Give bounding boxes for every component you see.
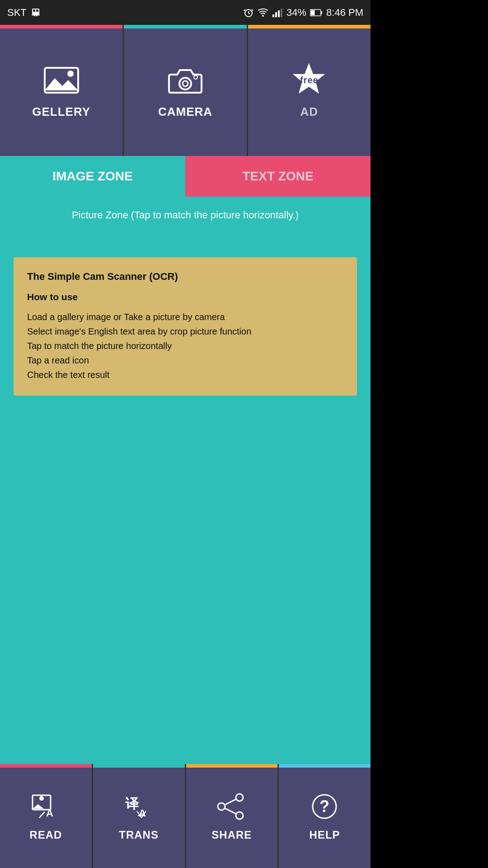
share-label: SHARE: [211, 829, 252, 841]
read-icon-wrap: A: [30, 791, 61, 822]
svg-marker-18: [45, 78, 78, 90]
main-content: Picture Zone (Tap to match the picture h…: [0, 197, 371, 764]
camera-icon-wrap: [167, 62, 203, 99]
read-label: READ: [29, 829, 62, 841]
help-button[interactable]: ? HELP: [279, 764, 371, 868]
ad-button[interactable]: free AD: [248, 25, 371, 156]
camera-label: CAMERA: [158, 105, 212, 119]
how-to-use-label: How to use: [27, 292, 343, 302]
svg-rect-16: [311, 10, 315, 15]
read-button[interactable]: A READ: [0, 764, 93, 868]
help-icon: ?: [310, 793, 339, 820]
trans-label: TRANS: [119, 829, 159, 841]
svg-point-9: [262, 15, 264, 17]
free-ad-icon-wrap: free: [291, 62, 327, 99]
instruction-line: Tap to match the picture horizontally: [27, 339, 343, 353]
trans-icon-wrap: 译 A: [123, 791, 155, 822]
gallery-label: GELLERY: [32, 105, 90, 119]
svg-point-21: [183, 81, 188, 86]
svg-rect-12: [278, 10, 280, 17]
svg-line-8: [249, 13, 250, 14]
svg-point-19: [67, 71, 74, 77]
svg-marker-25: [33, 804, 44, 809]
svg-rect-15: [321, 11, 322, 14]
camera-icon: [167, 66, 203, 95]
status-bar: SKT 34% 8:46 PM: [0, 0, 371, 25]
svg-rect-13: [281, 9, 282, 17]
tab-image-zone[interactable]: IMAGE ZONE: [0, 156, 185, 197]
share-icon: [217, 793, 246, 820]
svg-rect-11: [275, 12, 277, 17]
svg-point-37: [236, 812, 243, 819]
wifi-icon: [258, 7, 268, 18]
battery-icon: [310, 9, 323, 16]
trans-button[interactable]: 译 A TRANS: [93, 764, 186, 868]
gallery-icon-wrap: [43, 62, 80, 99]
train-icon: [30, 7, 41, 18]
instruction-line: Load a gallery image or Take a picture b…: [27, 310, 343, 324]
instruction-line: Check the text result: [27, 368, 343, 382]
svg-text:?: ?: [319, 797, 330, 816]
image-title: The Simple Cam Scanner (OCR): [27, 271, 343, 283]
share-icon-wrap: [216, 791, 248, 822]
ad-label: AD: [300, 105, 319, 119]
svg-line-39: [225, 808, 236, 814]
help-icon-wrap: ?: [309, 791, 341, 822]
alarm-icon: [243, 7, 254, 18]
camera-button[interactable]: CAMERA: [124, 25, 248, 156]
svg-point-35: [236, 794, 243, 801]
instructions-text: Load a gallery image or Take a picture b…: [27, 310, 343, 382]
svg-line-38: [225, 799, 236, 805]
gallery-icon: [43, 66, 80, 95]
share-button[interactable]: SHARE: [186, 764, 279, 868]
picture-zone-hint[interactable]: Picture Zone (Tap to match the picture h…: [9, 205, 361, 230]
read-icon: A: [31, 793, 61, 820]
free-badge-label: free: [300, 75, 319, 85]
gallery-button[interactable]: GELLERY: [0, 25, 124, 156]
svg-text:A: A: [139, 807, 146, 819]
carrier-label: SKT: [7, 7, 27, 19]
svg-point-26: [39, 796, 44, 801]
svg-point-36: [218, 803, 225, 810]
image-display[interactable]: The Simple Cam Scanner (OCR) How to use …: [14, 257, 357, 396]
instruction-line: Select image's English text area by crop…: [27, 324, 343, 339]
svg-rect-2: [36, 9, 38, 12]
svg-rect-1: [33, 9, 35, 12]
svg-text:译: 译: [125, 796, 139, 811]
svg-point-20: [179, 78, 191, 90]
tab-text-zone[interactable]: TEXT ZONE: [185, 156, 371, 197]
top-nav: GELLERY CAMERA free AD: [0, 25, 371, 156]
trans-icon: 译 A: [124, 793, 154, 820]
svg-text:A: A: [46, 807, 54, 819]
battery-label: 34%: [286, 7, 306, 19]
help-label: HELP: [310, 829, 340, 841]
svg-rect-10: [272, 14, 274, 17]
time-label: 8:46 PM: [326, 7, 363, 19]
bottom-nav: A READ 译 A TRANS: [0, 764, 371, 868]
instruction-line: Tap a read icon: [27, 353, 343, 368]
svg-rect-5: [32, 14, 40, 15]
signal-icon: [272, 7, 283, 18]
tab-bar: IMAGE ZONE TEXT ZONE: [0, 156, 371, 197]
svg-point-22: [194, 75, 197, 79]
